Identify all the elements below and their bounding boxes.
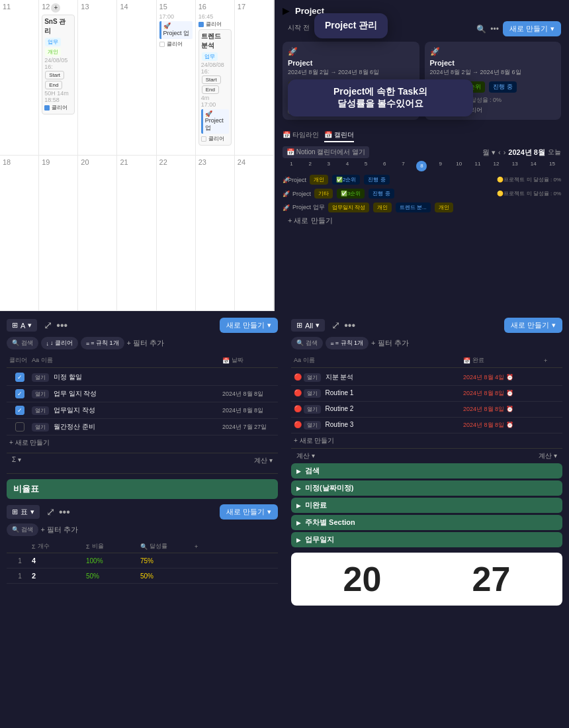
timeline-rows: 🚀 Project 개인 ✅2순위 진행 중 🟡프로젝트 미 달성율 : 0% … xyxy=(283,174,561,226)
checkbox-1[interactable]: ✓ xyxy=(15,373,24,382)
sns-card: SnS 관리 업무 개인 24/08/05 16: Start End 50H … xyxy=(42,15,75,114)
day-num-12: 12 xyxy=(42,3,50,11)
cal-event-project: 🚀 Project 업 xyxy=(159,21,193,39)
tab-calendar[interactable]: 📅 캘린더 xyxy=(324,129,354,142)
cal-day-15: 15 17:00 🚀 Project 업 클리어 xyxy=(157,0,196,156)
new-button-project[interactable]: 새로 만들기 ▾ xyxy=(503,21,561,36)
tab-시작전[interactable]: 시작 전 xyxy=(283,21,315,36)
end-btn2[interactable]: End xyxy=(202,85,219,94)
row-icon-1: 🔴 xyxy=(294,373,302,381)
search-icon-project[interactable]: 🔍 xyxy=(476,24,486,34)
all-calc-right[interactable]: 계산 ▾ xyxy=(539,451,557,461)
db-all-title-btn[interactable]: ⊞ All ▾ xyxy=(291,319,325,332)
day-num-11: 11 xyxy=(3,3,36,11)
add-new-a[interactable]: + 새로 만들기 xyxy=(7,435,278,450)
badge-업무2: 업무 xyxy=(202,52,218,61)
nav-forward[interactable]: 오늘 xyxy=(548,148,561,157)
th-check: 클리어 xyxy=(9,356,30,365)
cb1 xyxy=(44,105,50,111)
all-table-rows: 🔴 열기 지분 분석 2024년 8월 4일 ⏰ 🔴 열기 Routine 1 … xyxy=(291,369,562,433)
all-open-btn-4[interactable]: 열기 xyxy=(304,421,321,430)
all-more-icon[interactable]: ••• xyxy=(344,320,355,332)
all-rule-chip[interactable]: = = 규칙 1개 xyxy=(326,337,369,349)
start-btn2[interactable]: Start xyxy=(202,75,221,84)
db-a-header: ⊞ A ▾ ⤢ ••• 새로 만들기 ▾ xyxy=(7,318,278,333)
ratio-search-chip[interactable]: 🔍 검색 xyxy=(7,523,38,536)
open-btn-3[interactable]: 열기 xyxy=(32,406,49,415)
new-btn-a[interactable]: 새로 만들기 ▾ xyxy=(220,318,278,333)
search-chip[interactable]: 🔍 검색 xyxy=(7,337,38,349)
tab-timeline[interactable]: 📅 타임라인 xyxy=(283,129,319,142)
ratio-new-btn[interactable]: 새로 만들기 ▾ xyxy=(220,504,278,520)
ratio-filter-row: 🔍 검색 + 필터 추가 xyxy=(7,523,278,536)
section-work-diary[interactable]: ▶ 업무일지 xyxy=(291,532,562,547)
clear-chip[interactable]: ↓ ↓ 클리어 xyxy=(41,337,79,349)
date-overdue-2: 2024년 8월 8일 ⏰ xyxy=(463,389,543,398)
db-title-a: A xyxy=(21,322,25,330)
section-groups: ▶ 검색 ▶ 미정(날짜미정) ▶ 미완료 ▶ 주차별 Section ▶ 업무… xyxy=(291,463,562,547)
expand-icon[interactable]: ⤢ xyxy=(44,319,52,332)
all-open-btn-2[interactable]: 열기 xyxy=(304,389,321,398)
nav-prev[interactable]: ‹ xyxy=(498,148,501,156)
calc-right[interactable]: 계산 ▾ xyxy=(254,456,273,465)
ratio-table-header: Σ개수 Σ비율 🔍달성률 + xyxy=(7,540,278,553)
db-icon: ⊞ xyxy=(12,321,18,330)
section-weekly[interactable]: ▶ 주차별 Section xyxy=(291,515,562,530)
filter-row-a: 🔍 검색 ↓ ↓ 클리어 = = 규칙 1개 + 필터 추가 xyxy=(7,337,278,349)
cal-day-24: 24 xyxy=(235,156,274,311)
checkbox-4[interactable] xyxy=(15,422,24,432)
all-expand-icon[interactable]: ⤢ xyxy=(331,319,340,332)
rule-chip[interactable]: = = 규칙 1개 xyxy=(81,337,124,349)
open-btn-1[interactable]: 열기 xyxy=(32,373,49,382)
cal-day-19: 19 xyxy=(39,156,78,311)
all-search-chip[interactable]: 🔍 검색 xyxy=(291,337,323,349)
row-icon-4: 🔴 xyxy=(294,421,302,428)
all-open-btn-3[interactable]: 열기 xyxy=(304,405,321,414)
table-row: 🔴 열기 지분 분석 2024년 8월 4일 ⏰ xyxy=(291,369,562,386)
cal-day-17: 17 xyxy=(235,0,274,156)
add-timeline-item[interactable]: + 새로 만들기 xyxy=(288,216,561,226)
all-add-new[interactable]: + 새로 만들기 xyxy=(291,433,562,448)
ratio-more-icon[interactable]: ••• xyxy=(59,506,70,518)
ratio-expand-icon[interactable]: ⤢ xyxy=(46,506,55,518)
start-btn1[interactable]: Start xyxy=(45,71,64,79)
calc-left[interactable]: Σ ▾ xyxy=(12,456,21,465)
date-overdue-3: 2024년 8월 8일 ⏰ xyxy=(463,405,543,414)
end-btn1[interactable]: End xyxy=(45,81,62,89)
time2: 17:00 xyxy=(201,101,229,108)
all-filter-add[interactable]: + 필터 추가 xyxy=(371,338,409,348)
section-undated[interactable]: ▶ 미정(날짜미정) xyxy=(291,480,562,496)
big-num-27: 27 xyxy=(472,559,511,599)
checkbox-3[interactable]: ✓ xyxy=(15,406,24,415)
filter-add-a[interactable]: + 필터 추가 xyxy=(127,338,165,348)
add-event-12[interactable]: + xyxy=(51,3,60,13)
db-a-title-btn[interactable]: ⊞ A ▾ xyxy=(7,319,37,332)
date-overdue-1: 2024년 8월 4일 ⏰ xyxy=(463,373,543,382)
calendar-grid: 11 12 + SnS 관리 업무 개인 24/08/05 16: Start xyxy=(0,0,274,311)
section-search[interactable]: ▶ 검색 xyxy=(291,463,562,478)
table-row: 🔴 열기 Routine 3 2024년 8월 8일 ⏰ xyxy=(291,418,562,433)
section-incomplete[interactable]: ▶ 미완료 xyxy=(291,498,562,513)
notion-calendar-btn[interactable]: 📅 Notion 캘린더에서 열기 xyxy=(283,146,369,158)
calendar-panel: 11 12 + SnS 관리 업무 개인 24/08/05 16: Start xyxy=(0,0,275,311)
timeline-row-2: 🚀 Project 기타 ✅3순위 진행 중 🟡프로젝트 미 달성율 : 0% xyxy=(283,188,561,199)
top-section: 11 12 + SnS 관리 업무 개인 24/08/05 16: Start xyxy=(0,0,569,311)
check-clear-15: 클리어 xyxy=(159,40,193,48)
date-overdue-4: 2024년 8월 8일 ⏰ xyxy=(463,421,543,430)
open-btn-4[interactable]: 열기 xyxy=(32,423,49,432)
all-calc-left[interactable]: 계산 ▾ xyxy=(296,451,315,461)
ratio-row-1: 1 4 100% 75% xyxy=(7,553,278,569)
open-btn-2[interactable]: 열기 xyxy=(32,390,49,398)
all-open-btn-1[interactable]: 열기 xyxy=(304,373,321,382)
ratio-db-title-btn[interactable]: ⊞ 표 ▾ xyxy=(7,505,40,519)
checkbox-2[interactable]: ✓ xyxy=(15,389,24,398)
ratio-section-title: 비율표 xyxy=(7,479,278,499)
ratio-db-header: ⊞ 표 ▾ ⤢ ••• 새로 만들기 ▾ xyxy=(7,504,278,520)
all-new-btn[interactable]: 새로 만들기 ▾ xyxy=(504,318,562,333)
more-options-icon[interactable]: ••• xyxy=(490,24,499,34)
nav-next[interactable]: › xyxy=(503,148,506,156)
more-icon-a[interactable]: ••• xyxy=(56,320,67,332)
bottom-section: ⊞ A ▾ ⤢ ••• 새로 만들기 ▾ 🔍 검색 ↓ ↓ 클리어 = = 규칙… xyxy=(0,311,569,728)
ratio-filter-add[interactable]: + 필터 추가 xyxy=(41,525,79,535)
project-panel: Project 관리 Project에 속한 Task의 달성률을 볼수있어요 … xyxy=(275,0,569,311)
